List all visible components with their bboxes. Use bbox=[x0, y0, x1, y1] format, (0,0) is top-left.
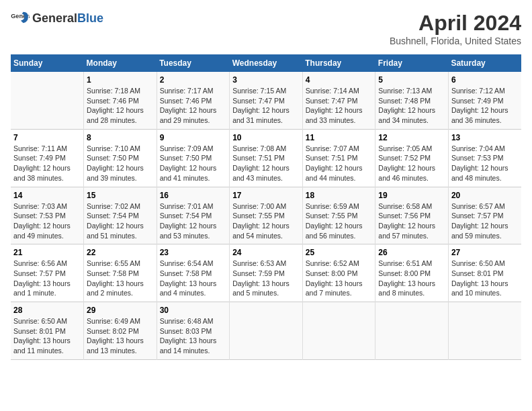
day-number: 2 bbox=[160, 75, 227, 85]
calendar-cell: 20Sunrise: 6:57 AMSunset: 7:57 PMDayligh… bbox=[448, 187, 521, 244]
logo-text: GeneralBlue bbox=[32, 11, 103, 26]
day-number: 14 bbox=[13, 191, 81, 200]
day-number: 10 bbox=[232, 133, 300, 142]
day-number: 29 bbox=[87, 306, 154, 315]
day-number: 6 bbox=[451, 75, 519, 85]
calendar-cell: 6Sunrise: 7:12 AMSunset: 7:49 PMDaylight… bbox=[448, 72, 521, 129]
day-info: Sunrise: 7:10 AMSunset: 7:50 PMDaylight:… bbox=[87, 144, 154, 183]
logo: General GeneralBlue bbox=[11, 11, 103, 26]
day-number: 28 bbox=[13, 306, 81, 315]
calendar-cell: 9Sunrise: 7:09 AMSunset: 7:50 PMDaylight… bbox=[157, 129, 230, 187]
calendar-table: SundayMondayTuesdayWednesdayThursdayFrid… bbox=[11, 54, 521, 360]
day-number: 11 bbox=[306, 133, 373, 142]
calendar-cell: 22Sunrise: 6:55 AMSunset: 7:58 PMDayligh… bbox=[84, 244, 157, 302]
calendar-cell: 5Sunrise: 7:13 AMSunset: 7:48 PMDaylight… bbox=[375, 72, 449, 129]
day-info: Sunrise: 6:57 AMSunset: 7:57 PMDaylight:… bbox=[451, 201, 519, 241]
day-info: Sunrise: 7:17 AMSunset: 7:46 PMDaylight:… bbox=[160, 86, 227, 126]
day-number: 23 bbox=[160, 248, 227, 257]
day-header-wednesday: Wednesday bbox=[230, 54, 303, 72]
day-number: 19 bbox=[378, 191, 445, 200]
calendar-cell: 10Sunrise: 7:08 AMSunset: 7:51 PMDayligh… bbox=[230, 129, 303, 187]
calendar-week-5: 28Sunrise: 6:50 AMSunset: 8:01 PMDayligh… bbox=[11, 302, 521, 360]
calendar-cell: 4Sunrise: 7:14 AMSunset: 7:47 PMDaylight… bbox=[302, 72, 375, 129]
day-number: 9 bbox=[160, 133, 227, 142]
title-section: April 2024 Bushnell, Florida, United Sta… bbox=[390, 11, 521, 46]
calendar-cell: 19Sunrise: 6:58 AMSunset: 7:56 PMDayligh… bbox=[375, 187, 449, 244]
day-info: Sunrise: 6:52 AMSunset: 8:00 PMDaylight:… bbox=[306, 259, 373, 298]
logo-icon: General bbox=[11, 11, 30, 26]
day-number: 24 bbox=[232, 248, 300, 257]
calendar-cell bbox=[11, 72, 84, 129]
day-header-thursday: Thursday bbox=[302, 54, 375, 72]
day-info: Sunrise: 7:02 AMSunset: 7:54 PMDaylight:… bbox=[87, 201, 154, 241]
day-number: 8 bbox=[87, 133, 154, 142]
calendar-cell bbox=[375, 302, 449, 360]
main-title: April 2024 bbox=[390, 11, 521, 36]
calendar-cell: 14Sunrise: 7:03 AMSunset: 7:53 PMDayligh… bbox=[11, 187, 84, 244]
day-info: Sunrise: 6:59 AMSunset: 7:55 PMDaylight:… bbox=[306, 201, 373, 241]
day-number: 18 bbox=[306, 191, 373, 200]
day-info: Sunrise: 7:00 AMSunset: 7:55 PMDaylight:… bbox=[232, 201, 300, 241]
day-header-tuesday: Tuesday bbox=[157, 54, 230, 72]
calendar-cell: 30Sunrise: 6:48 AMSunset: 8:03 PMDayligh… bbox=[157, 302, 230, 360]
day-info: Sunrise: 7:18 AMSunset: 7:46 PMDaylight:… bbox=[87, 86, 154, 126]
day-info: Sunrise: 7:03 AMSunset: 7:53 PMDaylight:… bbox=[13, 201, 81, 241]
calendar-cell: 17Sunrise: 7:00 AMSunset: 7:55 PMDayligh… bbox=[230, 187, 303, 244]
day-number: 3 bbox=[232, 75, 300, 85]
day-number: 21 bbox=[13, 248, 81, 257]
day-number: 4 bbox=[306, 75, 373, 85]
calendar-cell bbox=[302, 302, 375, 360]
calendar-cell: 13Sunrise: 7:04 AMSunset: 7:53 PMDayligh… bbox=[448, 129, 521, 187]
calendar-week-1: 1Sunrise: 7:18 AMSunset: 7:46 PMDaylight… bbox=[11, 72, 521, 129]
calendar-cell bbox=[230, 302, 303, 360]
day-header-monday: Monday bbox=[84, 54, 157, 72]
calendar-week-3: 14Sunrise: 7:03 AMSunset: 7:53 PMDayligh… bbox=[11, 187, 521, 244]
calendar-cell: 1Sunrise: 7:18 AMSunset: 7:46 PMDaylight… bbox=[84, 72, 157, 129]
day-info: Sunrise: 6:49 AMSunset: 8:02 PMDaylight:… bbox=[87, 316, 154, 356]
day-number: 30 bbox=[160, 306, 227, 315]
day-info: Sunrise: 6:50 AMSunset: 8:01 PMDaylight:… bbox=[451, 259, 519, 298]
calendar-cell: 15Sunrise: 7:02 AMSunset: 7:54 PMDayligh… bbox=[84, 187, 157, 244]
day-info: Sunrise: 6:51 AMSunset: 8:00 PMDaylight:… bbox=[378, 259, 445, 298]
calendar-cell: 23Sunrise: 6:54 AMSunset: 7:58 PMDayligh… bbox=[157, 244, 230, 302]
day-info: Sunrise: 7:08 AMSunset: 7:51 PMDaylight:… bbox=[232, 144, 300, 183]
day-number: 26 bbox=[378, 248, 445, 257]
calendar-cell: 29Sunrise: 6:49 AMSunset: 8:02 PMDayligh… bbox=[84, 302, 157, 360]
day-number: 7 bbox=[13, 133, 81, 142]
calendar-cell: 11Sunrise: 7:07 AMSunset: 7:51 PMDayligh… bbox=[302, 129, 375, 187]
day-info: Sunrise: 6:58 AMSunset: 7:56 PMDaylight:… bbox=[378, 201, 445, 241]
day-info: Sunrise: 7:15 AMSunset: 7:47 PMDaylight:… bbox=[232, 86, 300, 126]
subtitle: Bushnell, Florida, United States bbox=[390, 36, 521, 46]
calendar-cell: 12Sunrise: 7:05 AMSunset: 7:52 PMDayligh… bbox=[375, 129, 449, 187]
calendar-cell bbox=[448, 302, 521, 360]
day-number: 5 bbox=[378, 75, 445, 85]
day-info: Sunrise: 7:14 AMSunset: 7:47 PMDaylight:… bbox=[306, 86, 373, 126]
day-number: 25 bbox=[306, 248, 373, 257]
calendar-cell: 21Sunrise: 6:56 AMSunset: 7:57 PMDayligh… bbox=[11, 244, 84, 302]
calendar-header-row: SundayMondayTuesdayWednesdayThursdayFrid… bbox=[11, 54, 521, 72]
day-info: Sunrise: 7:04 AMSunset: 7:53 PMDaylight:… bbox=[451, 144, 519, 183]
calendar-cell: 18Sunrise: 6:59 AMSunset: 7:55 PMDayligh… bbox=[302, 187, 375, 244]
calendar-cell: 8Sunrise: 7:10 AMSunset: 7:50 PMDaylight… bbox=[84, 129, 157, 187]
day-number: 13 bbox=[451, 133, 519, 142]
day-info: Sunrise: 7:05 AMSunset: 7:52 PMDaylight:… bbox=[378, 144, 445, 183]
day-info: Sunrise: 6:54 AMSunset: 7:58 PMDaylight:… bbox=[160, 259, 227, 298]
calendar-cell: 16Sunrise: 7:01 AMSunset: 7:54 PMDayligh… bbox=[157, 187, 230, 244]
calendar-cell: 2Sunrise: 7:17 AMSunset: 7:46 PMDaylight… bbox=[157, 72, 230, 129]
calendar-week-2: 7Sunrise: 7:11 AMSunset: 7:49 PMDaylight… bbox=[11, 129, 521, 187]
day-header-sunday: Sunday bbox=[11, 54, 84, 72]
day-number: 12 bbox=[378, 133, 445, 142]
day-number: 17 bbox=[232, 191, 300, 200]
calendar-week-4: 21Sunrise: 6:56 AMSunset: 7:57 PMDayligh… bbox=[11, 244, 521, 302]
day-info: Sunrise: 6:48 AMSunset: 8:03 PMDaylight:… bbox=[160, 316, 227, 356]
day-number: 15 bbox=[87, 191, 154, 200]
day-info: Sunrise: 7:12 AMSunset: 7:49 PMDaylight:… bbox=[451, 86, 519, 126]
day-info: Sunrise: 6:55 AMSunset: 7:58 PMDaylight:… bbox=[87, 259, 154, 298]
day-number: 1 bbox=[87, 75, 154, 85]
day-info: Sunrise: 7:13 AMSunset: 7:48 PMDaylight:… bbox=[378, 86, 445, 126]
calendar-cell: 25Sunrise: 6:52 AMSunset: 8:00 PMDayligh… bbox=[302, 244, 375, 302]
day-info: Sunrise: 6:50 AMSunset: 8:01 PMDaylight:… bbox=[13, 316, 81, 356]
calendar-cell: 27Sunrise: 6:50 AMSunset: 8:01 PMDayligh… bbox=[448, 244, 521, 302]
day-info: Sunrise: 6:53 AMSunset: 7:59 PMDaylight:… bbox=[232, 259, 300, 298]
day-header-saturday: Saturday bbox=[448, 54, 521, 72]
